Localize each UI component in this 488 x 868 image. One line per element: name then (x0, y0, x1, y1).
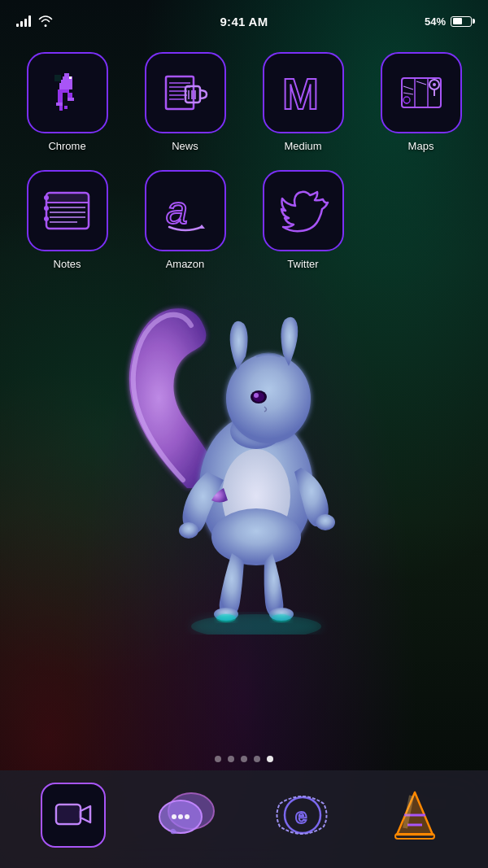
svg-rect-25 (69, 76, 72, 79)
dock-facetime[interactable] (41, 783, 106, 848)
svg-rect-28 (166, 76, 194, 109)
svg-rect-21 (58, 93, 63, 103)
status-right: 54% (425, 15, 472, 28)
app-grid: Chrome News (0, 36, 488, 280)
svg-point-57 (44, 206, 49, 211)
app-maps[interactable]: Maps (362, 44, 480, 162)
svg-marker-71 (397, 792, 433, 835)
svg-rect-27 (64, 106, 68, 109)
svg-point-2 (211, 508, 301, 565)
svg-point-7 (179, 522, 198, 539)
dock: e (0, 770, 488, 868)
svg-rect-24 (68, 98, 74, 101)
signal-icon (16, 15, 31, 27)
app-notes[interactable]: Notes (8, 162, 126, 280)
app-twitter-label: Twitter (287, 258, 318, 270)
app-medium-label: Medium (284, 140, 321, 152)
app-medium[interactable]: M Medium (244, 44, 362, 162)
svg-point-66 (172, 814, 176, 819)
svg-marker-60 (198, 225, 205, 229)
dock-messages[interactable] (155, 783, 220, 848)
svg-point-67 (178, 814, 183, 819)
dot-5[interactable] (267, 756, 273, 762)
svg-rect-23 (56, 103, 63, 106)
svg-point-8 (316, 514, 335, 530)
page-dots (215, 756, 273, 762)
svg-line-44 (416, 81, 426, 85)
svg-text:M: M (282, 69, 319, 118)
svg-text:e: e (295, 804, 307, 828)
app-notes-label: Notes (54, 258, 81, 270)
svg-line-43 (403, 93, 413, 94)
svg-point-14 (191, 614, 321, 635)
status-bar: 9:41 AM 54% (0, 0, 488, 36)
svg-point-58 (44, 216, 49, 221)
svg-point-56 (44, 195, 49, 200)
app-news[interactable]: News (126, 44, 244, 162)
svg-rect-18 (61, 80, 72, 83)
battery-percentage: 54% (425, 15, 446, 28)
svg-rect-15 (54, 75, 61, 81)
battery-icon (451, 16, 472, 27)
app-maps-label: Maps (408, 140, 434, 152)
svg-point-13 (254, 393, 259, 398)
app-amazon[interactable]: a Amazon (126, 162, 244, 280)
svg-rect-74 (395, 834, 434, 839)
svg-rect-22 (68, 93, 72, 98)
dock-vlc[interactable] (382, 783, 447, 848)
app-twitter[interactable]: Twitter (244, 162, 362, 280)
status-time: 9:41 AM (220, 15, 268, 28)
app-news-label: News (172, 140, 198, 152)
app-chrome[interactable]: Chrome (8, 44, 126, 162)
svg-rect-50 (46, 193, 89, 203)
svg-rect-16 (64, 73, 69, 76)
svg-point-68 (185, 814, 190, 819)
svg-point-46 (433, 83, 436, 86)
svg-rect-26 (59, 106, 63, 111)
status-left (16, 15, 53, 27)
dot-4[interactable] (254, 756, 260, 762)
svg-rect-19 (59, 83, 72, 89)
dot-2[interactable] (228, 756, 234, 762)
app-amazon-label: Amazon (166, 258, 205, 270)
dot-1[interactable] (215, 756, 221, 762)
svg-marker-62 (81, 806, 90, 822)
app-chrome-label: Chrome (48, 140, 85, 152)
dock-internet-explorer[interactable]: e (268, 783, 333, 848)
dot-3[interactable] (241, 756, 247, 762)
svg-text:a: a (166, 189, 188, 232)
svg-rect-20 (58, 89, 69, 93)
mewtwo-figure (106, 260, 382, 635)
svg-line-42 (403, 86, 413, 89)
wifi-icon (38, 15, 53, 27)
svg-rect-63 (58, 806, 79, 822)
